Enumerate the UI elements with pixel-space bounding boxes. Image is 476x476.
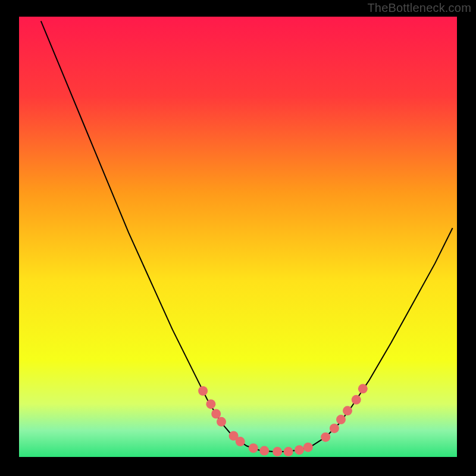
data-marker bbox=[336, 415, 346, 424]
data-marker bbox=[284, 447, 293, 456]
data-marker bbox=[249, 443, 258, 453]
data-marker bbox=[217, 417, 226, 427]
data-marker bbox=[358, 384, 368, 393]
data-marker bbox=[295, 445, 304, 455]
data-marker bbox=[206, 399, 215, 409]
bottleneck-chart bbox=[0, 0, 476, 476]
data-marker bbox=[303, 443, 313, 452]
data-marker bbox=[343, 406, 352, 415]
data-marker bbox=[211, 409, 221, 419]
data-marker bbox=[330, 424, 339, 433]
data-marker bbox=[273, 447, 282, 456]
data-marker bbox=[321, 433, 330, 442]
data-marker bbox=[259, 446, 269, 456]
data-marker bbox=[352, 395, 361, 405]
data-marker bbox=[236, 437, 245, 446]
plot-background bbox=[19, 17, 457, 457]
data-marker bbox=[198, 386, 208, 396]
chart-frame: TheBottleneck.com bbox=[0, 0, 476, 476]
